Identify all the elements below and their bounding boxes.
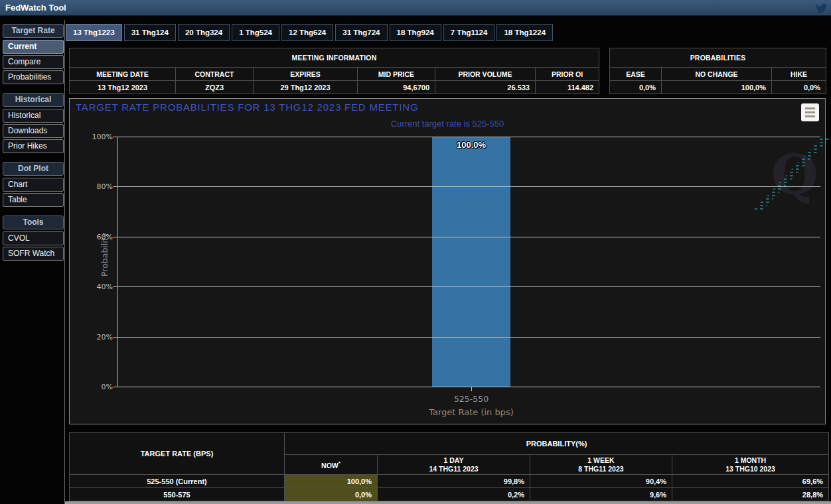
week-cell: 9,6%: [530, 488, 672, 501]
col-hike: HIKE: [772, 68, 826, 81]
twitter-icon[interactable]: [816, 3, 827, 14]
tab-meeting-8[interactable]: 18 Thg1224: [496, 24, 553, 41]
gridline-0: [117, 387, 820, 387]
tab-meeting-0[interactable]: 13 Thg1223: [66, 24, 122, 41]
chart-subtitle: Current target rate is 525-550: [70, 119, 825, 129]
col-prior-volume: PRIOR VOLUME: [435, 68, 536, 81]
tab-meeting-5[interactable]: 31 Thg724: [335, 24, 387, 41]
meeting-information-table: MEETING INFORMATION MEETING DATE CONTRAC…: [69, 48, 599, 94]
rate-cell: 525-550 (Current): [70, 475, 285, 488]
sidebar-divider: [64, 20, 65, 504]
col-1-month: 1 MONTH 13 THG10 2023: [672, 455, 829, 475]
ytick-0: 0%: [73, 383, 113, 391]
ease-value: 0,0%: [610, 81, 662, 94]
sidebar-item-compare[interactable]: Compare: [3, 55, 64, 69]
meeting-date-tabs: 13 Thg1223 31 Thg124 20 Thg324 1 Thg524 …: [66, 24, 555, 42]
app-title: FedWatch Tool: [5, 3, 66, 13]
sidebar-item-chart[interactable]: Chart: [3, 178, 64, 192]
gridline-80: [117, 186, 820, 187]
probability-pct-header: PROBABILITY(%): [285, 433, 829, 455]
gridline-40: [117, 286, 820, 287]
col-mid-price: MID PRICE: [358, 68, 435, 81]
tab-meeting-2[interactable]: 20 Thg324: [178, 24, 230, 41]
gridline-20: [117, 337, 820, 338]
sidebar-item-probabilities[interactable]: Probabilities: [3, 70, 64, 84]
tab-meeting-7[interactable]: 7 Thg1124: [443, 24, 495, 41]
target-rate-bps-header: TARGET RATE (BPS): [70, 433, 285, 475]
day-cell: 99,8%: [378, 475, 530, 488]
chart-menu-button[interactable]: [801, 103, 819, 121]
tab-meeting-4[interactable]: 12 Thg624: [281, 24, 333, 41]
probability-history-table: TARGET RATE (BPS) PROBABILITY(%) NOW* 1 …: [69, 432, 829, 501]
contract-value: ZQZ3: [176, 81, 254, 94]
sidebar-item-sofr-watch[interactable]: SOFR Watch: [3, 247, 64, 261]
col-expires: EXPIRES: [254, 68, 358, 81]
y-axis-title: Probability: [100, 233, 110, 277]
now-cell: 0,0%: [285, 488, 378, 501]
ytick-100: 100%: [73, 133, 113, 141]
sidebar-item-current[interactable]: Current: [3, 40, 64, 54]
mid-price-value: 94,6700: [358, 81, 435, 94]
chart-plot-area: Q 100% 80% 60% 40% 20% 0% Probability: [117, 137, 820, 387]
sidebar-item-cvol[interactable]: CVOL: [3, 231, 64, 245]
bar-value-label: 100.0%: [432, 140, 510, 150]
hamburger-icon: [805, 107, 815, 109]
ytick-20: 20%: [73, 333, 113, 342]
x-category-label: 525-550: [392, 394, 551, 404]
sidebar-section-dot-plot: Dot Plot: [3, 162, 64, 176]
rate-cell: 550-575: [70, 488, 285, 501]
chart-title: TARGET RATE PROBABILITIES FOR 13 THG12 2…: [76, 101, 418, 113]
sidebar-section-target-rate: Target Rate: [3, 24, 64, 38]
col-meeting-date: MEETING DATE: [70, 68, 176, 81]
tab-meeting-6[interactable]: 18 Thg924: [390, 24, 441, 41]
meeting-date-value: 13 Thg12 2023: [70, 81, 176, 94]
day-cell: 0,2%: [378, 488, 530, 501]
ytick-80: 80%: [73, 182, 113, 191]
meeting-info-title: MEETING INFORMATION: [70, 48, 599, 68]
sidebar-item-historical[interactable]: Historical: [3, 109, 64, 123]
col-1-week: 1 WEEK 8 THG11 2023: [530, 455, 672, 475]
sidebar-section-tools: Tools: [3, 216, 64, 229]
sidebar-item-downloads[interactable]: Downloads: [3, 124, 64, 138]
app-header: FedWatch Tool: [0, 0, 831, 16]
table-row-525-550: 525-550 (Current) 100,0% 99,8% 90,4% 69,…: [70, 475, 829, 488]
table-row-550-575: 550-575 0,0% 0,2% 9,6% 28,8%: [70, 488, 829, 501]
x-axis-title: Target Rate (in bps): [392, 407, 551, 417]
sidebar-item-table[interactable]: Table: [3, 193, 64, 207]
expires-value: 29 Thg12 2023: [254, 81, 358, 94]
month-cell: 69,6%: [672, 475, 829, 488]
gridline-100: [117, 137, 820, 137]
month-cell: 28,8%: [672, 488, 829, 501]
col-1-day: 1 DAY 14 THG11 2023: [378, 455, 530, 475]
probability-bar-525-550[interactable]: [432, 137, 510, 387]
gridline-60: [117, 237, 820, 237]
now-cell: 100,0%: [285, 475, 378, 488]
sidebar: Target Rate Current Compare Probabilitie…: [3, 24, 64, 262]
col-no-change: NO CHANGE: [662, 68, 772, 81]
week-cell: 90,4%: [530, 475, 672, 488]
sidebar-item-prior-hikes[interactable]: Prior Hikes: [3, 139, 64, 153]
quikstrike-watermark: Q: [754, 138, 830, 210]
y-axis-line: [117, 137, 117, 387]
no-change-value: 100,0%: [662, 81, 772, 94]
col-now: NOW*: [285, 455, 378, 475]
probabilities-table: PROBABILITIES EASE NO CHANGE HIKE 0,0% 1…: [609, 48, 826, 94]
hike-value: 0,0%: [772, 81, 826, 94]
tab-meeting-3[interactable]: 1 Thg524: [232, 24, 279, 41]
prior-volume-value: 26.533: [435, 81, 536, 94]
fedwatch-app: FedWatch Tool Target Rate Current Compar…: [0, 0, 831, 504]
tab-meeting-1[interactable]: 31 Thg124: [124, 24, 176, 41]
prior-oi-value: 114.482: [536, 81, 599, 94]
probabilities-title: PROBABILITIES: [610, 48, 826, 68]
sidebar-section-historical: Historical: [3, 93, 64, 107]
target-rate-chart-panel: TARGET RATE PROBABILITIES FOR 13 THG12 2…: [69, 98, 826, 424]
horizontal-scrollbar[interactable]: [65, 501, 831, 504]
col-prior-oi: PRIOR OI: [536, 68, 599, 81]
ytick-40: 40%: [73, 283, 113, 291]
col-ease: EASE: [610, 68, 662, 81]
col-contract: CONTRACT: [176, 68, 254, 81]
x-axis-tick: [471, 387, 472, 391]
